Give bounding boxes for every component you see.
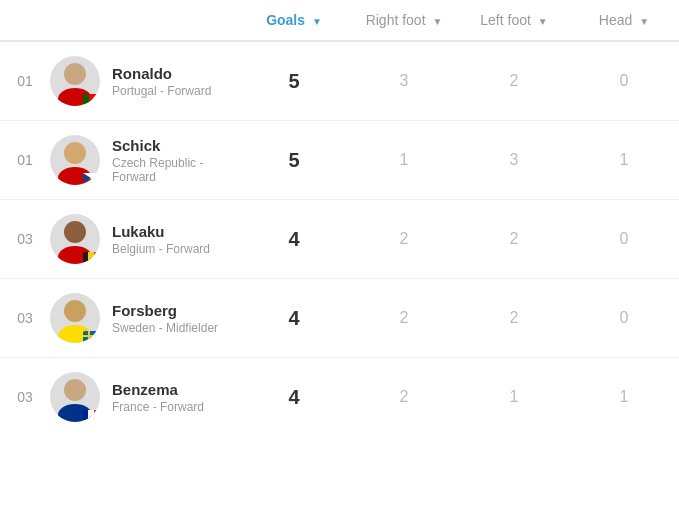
player-name: Schick xyxy=(112,137,239,154)
player-meta: Czech Republic - Forward xyxy=(112,156,239,184)
stat-left-foot: 3 xyxy=(459,151,569,169)
right-foot-chevron: ▼ xyxy=(432,16,442,27)
stat-right-foot: 2 xyxy=(349,230,459,248)
player-name: Forsberg xyxy=(112,302,239,319)
stat-head: 0 xyxy=(569,309,679,327)
stat-head: 1 xyxy=(569,388,679,406)
player-meta: Sweden - Midfielder xyxy=(112,321,239,335)
header-goals[interactable]: Goals ▼ xyxy=(239,12,349,28)
head-chevron: ▼ xyxy=(639,16,649,27)
stat-left-foot: 2 xyxy=(459,230,569,248)
player-rank: 03 xyxy=(0,310,50,326)
table-row: 03 Benzema France - Forward 4 2 1 1 xyxy=(0,358,679,436)
right-foot-label: Right foot xyxy=(366,12,426,28)
stat-right-foot: 3 xyxy=(349,72,459,90)
player-info: Benzema France - Forward xyxy=(112,381,239,414)
stat-left-foot: 2 xyxy=(459,309,569,327)
stat-head: 1 xyxy=(569,151,679,169)
avatar xyxy=(50,135,100,185)
stat-head: 0 xyxy=(569,72,679,90)
goals-chevron: ▼ xyxy=(312,16,322,27)
stat-left-foot: 2 xyxy=(459,72,569,90)
stat-head: 0 xyxy=(569,230,679,248)
header-head[interactable]: Head ▼ xyxy=(569,12,679,28)
player-rank: 03 xyxy=(0,389,50,405)
avatar xyxy=(50,56,100,106)
player-info: Schick Czech Republic - Forward xyxy=(112,137,239,184)
player-rank: 01 xyxy=(0,73,50,89)
stat-goals: 5 xyxy=(239,70,349,93)
stat-goals: 4 xyxy=(239,386,349,409)
stat-goals: 4 xyxy=(239,228,349,251)
head-label: Head xyxy=(599,12,632,28)
player-rank: 03 xyxy=(0,231,50,247)
table-row: 03 Lukaku Belgium - Forward 4 2 2 0 xyxy=(0,200,679,279)
header-right-foot[interactable]: Right foot ▼ xyxy=(349,12,459,28)
stat-right-foot: 1 xyxy=(349,151,459,169)
avatar xyxy=(50,372,100,422)
left-foot-label: Left foot xyxy=(480,12,531,28)
avatar xyxy=(50,293,100,343)
table-row: 03 Forsberg Sweden - Midfielder 4 2 2 0 xyxy=(0,279,679,358)
goals-label: Goals xyxy=(266,12,305,28)
left-foot-chevron: ▼ xyxy=(538,16,548,27)
players-list: 01 Ronaldo Portugal - Forward 5 3 2 0 01 xyxy=(0,42,679,436)
player-name: Benzema xyxy=(112,381,239,398)
table-row: 01 Ronaldo Portugal - Forward 5 3 2 0 xyxy=(0,42,679,121)
player-info: Lukaku Belgium - Forward xyxy=(112,223,239,256)
player-meta: Portugal - Forward xyxy=(112,84,239,98)
header-left-foot[interactable]: Left foot ▼ xyxy=(459,12,569,28)
player-meta: Belgium - Forward xyxy=(112,242,239,256)
stat-right-foot: 2 xyxy=(349,388,459,406)
player-info: Forsberg Sweden - Midfielder xyxy=(112,302,239,335)
stats-header: Goals ▼ Right foot ▼ Left foot ▼ Head ▼ xyxy=(0,0,679,42)
player-rank: 01 xyxy=(0,152,50,168)
table-row: 01 Schick Czech Republic - Forward 5 1 3… xyxy=(0,121,679,200)
avatar xyxy=(50,214,100,264)
player-name: Ronaldo xyxy=(112,65,239,82)
stat-goals: 4 xyxy=(239,307,349,330)
stat-right-foot: 2 xyxy=(349,309,459,327)
player-meta: France - Forward xyxy=(112,400,239,414)
stat-goals: 5 xyxy=(239,149,349,172)
stat-left-foot: 1 xyxy=(459,388,569,406)
player-info: Ronaldo Portugal - Forward xyxy=(112,65,239,98)
player-name: Lukaku xyxy=(112,223,239,240)
